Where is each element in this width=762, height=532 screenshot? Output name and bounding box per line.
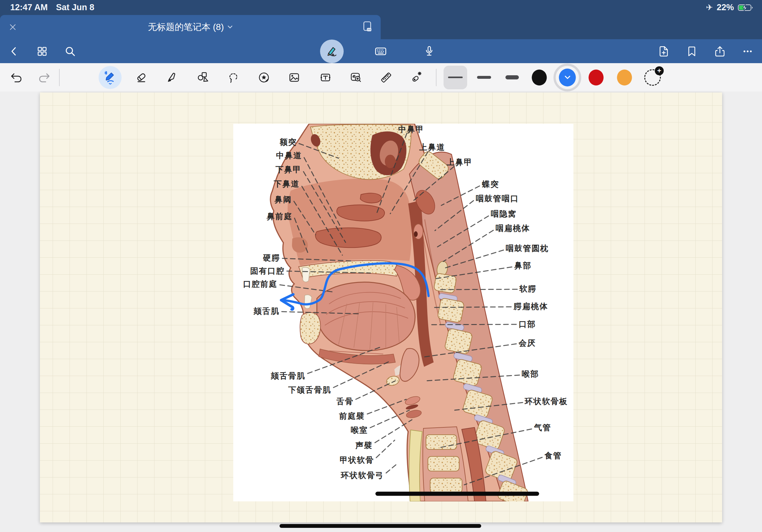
- add-color-button[interactable]: +: [644, 69, 661, 86]
- image-tool-button[interactable]: [284, 67, 304, 88]
- pen-mode-button[interactable]: [320, 39, 344, 63]
- pen-mode-icon: [325, 44, 339, 59]
- sticker-tool-button[interactable]: [254, 67, 274, 88]
- more-button[interactable]: [738, 42, 757, 61]
- chevron-down-icon: [227, 25, 233, 29]
- anatomy-figure: [233, 124, 573, 501]
- divider: [59, 69, 60, 86]
- pen-tool-button[interactable]: [99, 66, 121, 89]
- anatomy-image[interactable]: 额突中鼻道下鼻甲下鼻道鼻阈鼻前庭硬腭固有口腔口腔前庭颏舌肌颏舌骨肌下颌舌骨肌舌骨…: [233, 124, 573, 501]
- divider: [436, 69, 436, 86]
- back-button[interactable]: [5, 42, 24, 61]
- ruler-tool-button[interactable]: [376, 67, 396, 88]
- airplane-mode-icon: ✈: [706, 3, 713, 13]
- goodnotes-app: 12:47 AM Sat Jun 8 ✈ 22% 无标题的笔记本 (8): [0, 0, 762, 532]
- pen-icon: [103, 70, 117, 85]
- tab-strip: 无标题的笔记本 (8): [0, 15, 762, 39]
- thumbnails-button[interactable]: [33, 42, 52, 61]
- redo-button[interactable]: [35, 67, 55, 88]
- lasso-tool-button[interactable]: [223, 67, 244, 88]
- eraser-tool-button[interactable]: [131, 67, 152, 88]
- close-tab-icon[interactable]: [7, 21, 19, 33]
- text-tool-button[interactable]: [315, 67, 336, 88]
- clock: 12:47 AM: [10, 3, 48, 13]
- battery-percent: 22%: [717, 3, 734, 13]
- date: Sat Jun 8: [56, 3, 95, 13]
- page-layout-icon[interactable]: [362, 21, 373, 33]
- elements-tool-button[interactable]: [345, 67, 366, 88]
- color-blue-swatch[interactable]: [559, 69, 576, 87]
- bookmark-button[interactable]: [682, 42, 701, 61]
- notebook-page[interactable]: 额突中鼻道下鼻甲下鼻道鼻阈鼻前庭硬腭固有口腔口腔前庭颏舌肌颏舌骨肌下颌舌骨肌舌骨…: [40, 93, 722, 522]
- color-black-swatch[interactable]: [532, 70, 547, 86]
- notebook-title-button[interactable]: 无标题的笔记本 (8): [148, 21, 233, 33]
- highlighter-tool-button[interactable]: [162, 67, 183, 88]
- canvas-area: 额突中鼻道下鼻甲下鼻道鼻阈鼻前庭硬腭固有口腔口腔前庭颏舌肌颏舌骨肌下颌舌骨肌舌骨…: [0, 92, 762, 532]
- share-button[interactable]: [710, 42, 729, 61]
- home-indicator[interactable]: [279, 524, 481, 528]
- laser-pointer-tool-button[interactable]: [406, 67, 426, 88]
- search-button[interactable]: [61, 42, 80, 61]
- battery-charging-icon: [738, 4, 754, 12]
- thickness-thin-button[interactable]: [443, 66, 467, 89]
- status-bar: 12:47 AM Sat Jun 8 ✈ 22%: [0, 0, 762, 15]
- main-toolbar: [0, 39, 762, 63]
- add-page-button[interactable]: [654, 42, 673, 61]
- thickness-thick-button[interactable]: [500, 66, 524, 89]
- microphone-button[interactable]: [419, 42, 439, 61]
- thickness-medium-button[interactable]: [472, 66, 496, 89]
- color-red-swatch[interactable]: [589, 70, 604, 86]
- undo-button[interactable]: [6, 67, 26, 88]
- chevron-down-icon: [564, 75, 571, 79]
- color-orange-swatch[interactable]: [617, 70, 632, 86]
- notebook-title: 无标题的笔记本 (8): [148, 21, 224, 33]
- tools-toolbar: +: [0, 63, 762, 92]
- plus-icon: +: [655, 66, 664, 75]
- shapes-tool-button[interactable]: [193, 67, 213, 88]
- keyboard-button[interactable]: [371, 42, 390, 61]
- notebook-tab[interactable]: 无标题的笔记本 (8): [0, 15, 381, 39]
